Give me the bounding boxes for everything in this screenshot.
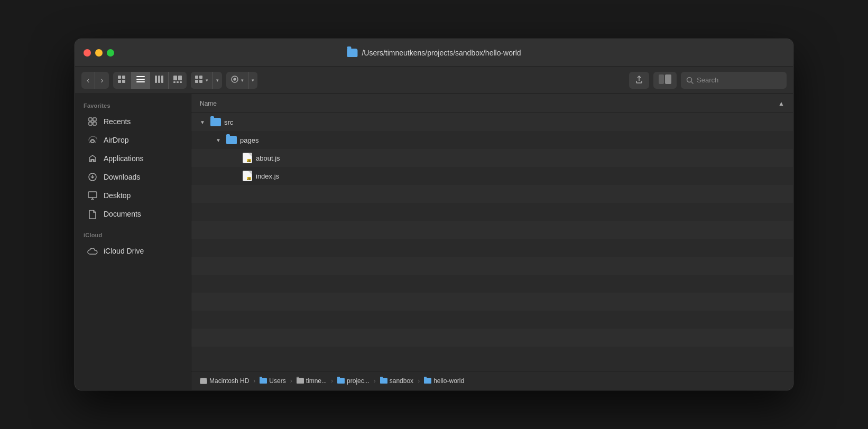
file-list: ▼ src ▼ pages xyxy=(191,113,793,371)
column-view-icon xyxy=(155,76,163,85)
icloud-label: iCloud xyxy=(75,232,191,241)
airdrop-label: AirDrop xyxy=(104,136,128,144)
svg-rect-3 xyxy=(122,80,125,83)
breadcrumb-sep: › xyxy=(374,377,376,385)
documents-icon xyxy=(87,208,98,220)
svg-rect-22 xyxy=(665,74,671,84)
sidebar-item-icloud-drive[interactable]: iCloud Drive xyxy=(78,242,188,260)
breadcrumb-item[interactable]: Users xyxy=(260,377,285,385)
preview-button[interactable] xyxy=(653,72,677,89)
svg-rect-11 xyxy=(178,76,182,80)
svg-rect-5 xyxy=(136,79,145,80)
svg-rect-26 xyxy=(93,118,96,121)
breadcrumb-item[interactable]: sandbox xyxy=(380,377,413,385)
finder-window: /Users/timneutkens/projects/sandbox/hell… xyxy=(75,39,793,390)
forward-button[interactable]: › xyxy=(95,72,108,89)
file-row[interactable]: JS about.js xyxy=(191,149,793,167)
svg-rect-28 xyxy=(93,122,96,125)
file-name: about.js xyxy=(256,154,280,162)
favorites-label: Favorites xyxy=(75,102,191,112)
breadcrumb-label: projec... xyxy=(347,377,370,385)
svg-rect-15 xyxy=(195,76,198,79)
svg-rect-27 xyxy=(89,122,92,125)
maximize-button[interactable] xyxy=(107,49,114,57)
list-view-icon xyxy=(136,76,145,85)
sidebar-item-applications[interactable]: Applications xyxy=(78,150,188,167)
folder-icon xyxy=(210,117,221,127)
applications-icon xyxy=(87,153,98,164)
sidebar-item-desktop[interactable]: Desktop xyxy=(78,186,188,204)
svg-point-23 xyxy=(687,77,692,82)
action-dropdown-icon: ▾ xyxy=(241,78,244,83)
chevron-down-icon: ▾ xyxy=(216,78,219,83)
user-icon xyxy=(297,378,304,384)
sidebar-item-downloads[interactable]: Downloads xyxy=(78,168,188,186)
svg-rect-33 xyxy=(201,378,206,380)
svg-rect-6 xyxy=(136,81,145,82)
toolbar: ‹ › xyxy=(75,67,793,94)
close-button[interactable] xyxy=(84,49,91,57)
group-dropdown-icon: ▾ xyxy=(206,78,208,83)
applications-label: Applications xyxy=(104,154,144,163)
file-row[interactable]: ▼ src xyxy=(191,113,793,131)
breadcrumb-sep: › xyxy=(418,377,420,385)
documents-label: Documents xyxy=(104,210,141,218)
svg-rect-17 xyxy=(195,80,198,83)
sort-icon: ▲ xyxy=(778,100,784,107)
sidebar-item-airdrop[interactable]: AirDrop xyxy=(78,131,188,149)
folder-icon xyxy=(380,378,387,384)
js-file-icon: JS xyxy=(242,153,253,163)
breadcrumb-item[interactable]: timne... xyxy=(297,377,327,385)
breadcrumb-label: Users xyxy=(269,377,285,385)
file-row[interactable]: ▼ pages xyxy=(191,131,793,149)
downloads-icon xyxy=(87,171,98,183)
icon-view-button[interactable] xyxy=(113,72,132,89)
column-view-button[interactable] xyxy=(150,72,169,89)
svg-rect-16 xyxy=(199,76,202,79)
gallery-view-icon xyxy=(173,76,182,85)
breadcrumb-item[interactable]: hello-world xyxy=(424,377,464,385)
svg-rect-8 xyxy=(158,76,160,83)
svg-rect-18 xyxy=(199,80,202,83)
svg-rect-32 xyxy=(200,379,207,384)
share-button[interactable] xyxy=(629,72,649,89)
breadcrumb-label: Macintosh HD xyxy=(209,377,249,385)
file-name: index.js xyxy=(256,172,279,180)
folder-icon xyxy=(260,378,267,384)
traffic-lights xyxy=(84,49,114,57)
group-arrow-button[interactable]: ▾ xyxy=(213,72,222,89)
file-row[interactable]: JS index.js xyxy=(191,167,793,185)
group-main-button[interactable]: ▾ xyxy=(191,72,213,89)
group-icon xyxy=(195,76,204,85)
statusbar: Macintosh HD › Users › timne... › projec… xyxy=(191,371,793,390)
sidebar-item-recents[interactable]: Recents xyxy=(78,113,188,130)
search-wrapper xyxy=(681,72,787,89)
breadcrumb-item[interactable]: projec... xyxy=(337,377,370,385)
back-button[interactable]: ‹ xyxy=(81,72,95,89)
action-arrow-button[interactable]: ▾ xyxy=(248,72,257,89)
window-title: /Users/timneutkens/projects/sandbox/hell… xyxy=(347,49,521,57)
svg-line-24 xyxy=(691,82,693,83)
titlebar: /Users/timneutkens/projects/sandbox/hell… xyxy=(75,39,793,67)
list-view-button[interactable] xyxy=(132,72,150,89)
desktop-icon xyxy=(87,190,98,201)
preview-icon xyxy=(659,74,671,86)
hd-icon xyxy=(200,378,207,384)
gallery-view-button[interactable] xyxy=(169,72,187,89)
minimize-button[interactable] xyxy=(95,49,103,57)
icloud-icon xyxy=(87,245,98,257)
search-input[interactable] xyxy=(681,72,787,89)
breadcrumb-item[interactable]: Macintosh HD xyxy=(200,377,249,385)
gear-icon xyxy=(230,75,239,85)
icon-view-icon xyxy=(118,76,126,85)
action-main-button[interactable]: ▾ xyxy=(226,72,248,89)
file-name: pages xyxy=(240,136,258,144)
file-pane: Name ▲ ▼ src ▼ pages xyxy=(191,94,793,390)
js-file-icon: JS xyxy=(242,171,253,181)
chevron-down-icon-2: ▾ xyxy=(252,78,254,83)
file-name: src xyxy=(224,118,233,126)
breadcrumb-sep: › xyxy=(253,377,255,385)
airdrop-icon xyxy=(87,134,98,146)
view-buttons xyxy=(113,72,187,89)
sidebar-item-documents[interactable]: Documents xyxy=(78,205,188,223)
